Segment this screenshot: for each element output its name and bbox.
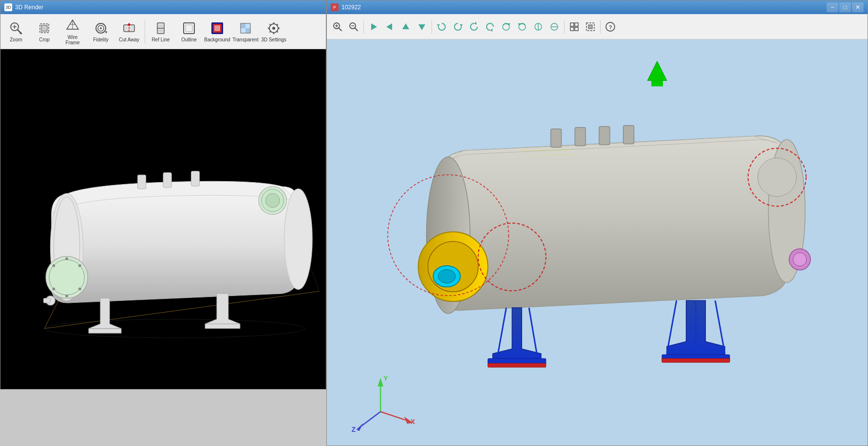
svg-point-55 [52,264,55,267]
refline-label: Ref Line [151,37,170,42]
refline-button[interactable]: Ref Line [147,16,174,47]
svg-point-57 [78,264,81,267]
svg-line-38 [270,24,271,26]
right-titlebar: P 102922 − □ ✕ [327,0,868,14]
rotate-btn-1[interactable] [434,19,450,35]
zoom-label: Zoom [10,37,22,42]
svg-text:▼: ▼ [104,30,108,35]
cutaway-button[interactable]: Cut Away [115,16,143,47]
wireframe-icon [65,18,80,34]
svg-point-50 [284,189,312,290]
svg-point-116 [793,253,807,266]
svg-point-54 [65,295,68,297]
svg-rect-95 [575,27,578,31]
svg-rect-6 [41,25,47,31]
svg-marker-76 [371,23,377,30]
svg-text:▼: ▼ [19,31,22,36]
left-window-title: 3D Render [15,4,43,11]
svg-line-39 [277,31,278,33]
left-titlebar: 3D 3D Render [0,0,326,14]
nav-arrow-2[interactable] [382,19,397,35]
svg-point-53 [65,257,68,260]
rotate-btn-5[interactable] [498,19,514,35]
zoom-icon: ▼ [8,20,24,36]
left-toolbar: ▼ Zoom Crop [0,14,326,49]
view-btn-8[interactable] [547,19,562,35]
maximize-button[interactable]: □ [839,2,851,12]
wireframe-button[interactable]: Wire Frame [59,16,86,47]
svg-line-40 [277,24,278,26]
right-window-title: 102922 [341,4,361,11]
3dsettings-button[interactable]: 3D Settings [260,16,287,47]
3dsettings-label: 3D Settings [261,37,286,42]
svg-rect-59 [137,175,146,189]
svg-rect-112 [623,126,634,144]
svg-text:?: ? [609,24,612,30]
svg-rect-61 [191,171,199,186]
rotate-btn-3[interactable] [466,19,482,35]
svg-point-51 [46,256,88,298]
zoom-button[interactable]: ▼ Zoom [2,16,30,47]
svg-line-41 [270,31,271,33]
rotate-btn-6[interactable] [514,19,530,35]
right-viewport[interactable]: Y X Z [327,39,868,446]
fidelity-icon: ▼ [93,20,109,36]
outline-icon [181,20,197,36]
svg-text:Y: Y [383,374,388,382]
svg-rect-93 [575,23,578,26]
close-button[interactable]: ✕ [852,2,864,12]
svg-point-56 [52,288,55,291]
svg-rect-118 [488,363,546,367]
left-window: 3D 3D Render ▼ Zoom [0,0,326,390]
nav-arrow-1[interactable] [366,19,381,35]
refline-icon [153,20,169,36]
grid-button[interactable] [566,19,582,35]
svg-marker-82 [474,22,476,25]
right-app-icon: P [331,3,339,11]
view-btn-7[interactable] [530,19,546,35]
nav-arrow-4[interactable] [414,19,430,35]
left-viewport[interactable] [0,49,326,389]
svg-marker-77 [386,23,392,30]
outline-button[interactable]: Outline [175,16,203,47]
svg-marker-17 [127,23,131,25]
help-button[interactable]: ? [603,19,618,35]
svg-point-13 [100,27,102,29]
svg-marker-80 [437,24,440,27]
minimize-button[interactable]: − [827,2,838,12]
right-toolbar: ? [327,14,868,39]
transparent-label: Transparent [232,37,259,42]
svg-line-74 [355,28,358,31]
crop-button[interactable]: Crop [31,16,58,47]
svg-marker-83 [490,29,492,32]
zoom-in-button[interactable] [330,19,345,35]
rotate-btn-2[interactable] [450,19,466,35]
rotate-btn-4[interactable] [482,19,498,35]
svg-rect-94 [570,27,574,31]
svg-text:X: X [411,418,415,426]
nav-arrow-3[interactable] [398,19,414,35]
zoom-out-button[interactable] [346,19,361,35]
cutaway-label: Cut Away [119,37,139,42]
transparent-button[interactable]: Transparent [232,16,259,47]
snap-button[interactable] [583,19,598,35]
background-button[interactable]: Background [204,16,231,47]
svg-rect-60 [163,172,171,187]
svg-point-106 [438,270,455,283]
svg-point-64 [265,193,280,207]
svg-rect-22 [184,23,194,34]
svg-rect-127 [651,80,663,86]
cutaway-icon [121,20,137,36]
svg-rect-26 [214,25,220,31]
transparent-icon [238,20,253,36]
wireframe-label: Wire Frame [60,35,85,45]
svg-point-58 [78,288,81,291]
svg-rect-109 [551,129,562,148]
svg-rect-92 [570,23,574,26]
svg-rect-68 [43,298,50,303]
svg-line-70 [339,28,342,31]
fidelity-button[interactable]: ▼ Fidelity [87,16,114,47]
svg-rect-120 [662,358,730,362]
svg-marker-78 [402,23,409,29]
svg-rect-30 [241,23,250,33]
